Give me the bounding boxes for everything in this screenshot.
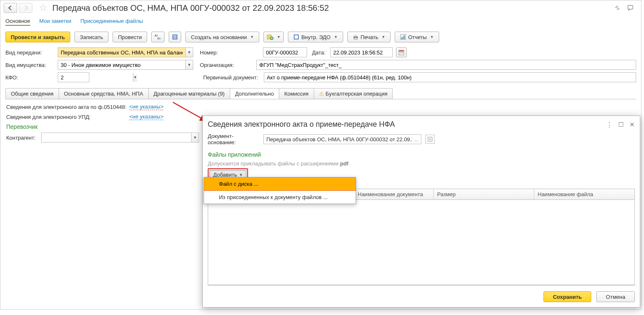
nav-forward-button[interactable]	[19, 3, 32, 13]
kfo-caret[interactable]: ▼	[133, 73, 137, 82]
open-base-doc-button[interactable]	[425, 135, 435, 144]
section-nav: Основное Мои заметки Присоединенные файл…	[0, 15, 641, 30]
reports-button[interactable]: Отчеты▼	[395, 32, 439, 42]
dialog-maximize-icon[interactable]: ☐	[618, 121, 624, 128]
org-input[interactable]	[256, 60, 636, 70]
svg-text:Ат: Ат	[155, 34, 158, 37]
svg-rect-4	[173, 35, 177, 36]
svg-rect-21	[401, 52, 402, 53]
eact-link[interactable]: <не указаны>	[129, 103, 163, 110]
date-label: Дата:	[312, 49, 327, 56]
tab-assets[interactable]: Основные средства, НМА, НПА	[59, 88, 149, 99]
nav-notes[interactable]: Мои заметки	[39, 18, 71, 26]
svg-rect-19	[399, 50, 404, 52]
dialog-more-icon[interactable]: ⋮	[606, 121, 612, 128]
base-doc-input[interactable]: Передача объектов ОС, НМА, НПА 00ГУ-0000…	[263, 134, 421, 144]
col-file-name[interactable]: Наименование файла	[534, 189, 634, 199]
base-doc-value: Передача объектов ОС, НМА, НПА 00ГУ-0000…	[266, 136, 412, 143]
svg-rect-10	[295, 35, 298, 39]
tab-additional[interactable]: Дополнительно	[230, 88, 280, 99]
property-caret[interactable]: ▼	[185, 60, 193, 69]
org-label: Организация:	[200, 62, 253, 68]
dialog-title: Сведения электронного акта о приеме-пере…	[208, 120, 600, 129]
number-input[interactable]	[263, 47, 307, 57]
window-header: ☆ Передача объектов ОС, НМА, НПА 00ГУ-00…	[0, 0, 641, 15]
files-table-body[interactable]	[208, 200, 634, 285]
svg-rect-15	[401, 37, 402, 39]
print-label: Печать	[361, 34, 379, 40]
tabs: Общие сведения Основные средства, НМА, Н…	[5, 88, 636, 99]
primary-doc-label: Первичный документ:	[203, 74, 261, 81]
svg-rect-17	[404, 35, 405, 39]
dropdown-file-from-disk[interactable]: Файл с диска ...	[204, 177, 356, 191]
files-hint: Допускается прикладывать файлы с расшире…	[208, 160, 635, 167]
post-and-close-button[interactable]: Провести и закрыть	[5, 32, 70, 42]
dialog-close-icon[interactable]: ✕	[629, 121, 635, 128]
svg-rect-12	[354, 35, 357, 37]
page-title: Передача объектов ОС, НМА, НПА 00ГУ-0000…	[52, 3, 329, 13]
create-based-button[interactable]: Создать на основании▼	[185, 32, 259, 42]
number-label: Номер:	[200, 49, 223, 56]
col-size[interactable]: Размер	[434, 189, 534, 199]
save-button[interactable]: Записать	[74, 32, 108, 42]
add-file-dropdown: Файл с диска ... Из присоединенных к док…	[204, 177, 356, 204]
toolbar: Провести и закрыть Записать Провести АтК…	[0, 30, 641, 47]
svg-rect-6	[173, 38, 177, 39]
calendar-button[interactable]	[396, 47, 407, 57]
files-hint-text: Допускается прикладывать файлы с расшире…	[208, 160, 340, 167]
base-doc-label: Документ-основание:	[208, 133, 261, 145]
counterparty-combo[interactable]: ▼	[41, 133, 199, 143]
dialog-cancel-button[interactable]: Отмена	[596, 291, 635, 302]
tab-general[interactable]: Общие сведения	[5, 88, 59, 99]
reports-label: Отчеты	[408, 34, 427, 40]
property-input[interactable]	[58, 60, 185, 69]
svg-rect-16	[403, 36, 403, 39]
kfo-input[interactable]	[58, 73, 133, 82]
base-doc-ellipsis[interactable]: ...	[414, 136, 418, 143]
post-button[interactable]: Провести	[113, 32, 147, 42]
print-button[interactable]: Печать▼	[347, 32, 391, 42]
form-area: Вид передачи: ▼ Номер: Дата: Вид имущест…	[0, 47, 641, 86]
tab-commission[interactable]: Комиссия	[279, 88, 314, 99]
svg-text:Кт: Кт	[157, 37, 161, 40]
files-section-title: Файлы приложений	[208, 151, 635, 158]
svg-rect-5	[173, 37, 177, 37]
svg-rect-22	[402, 52, 403, 53]
link-icon[interactable]	[614, 4, 621, 12]
list-button[interactable]	[169, 32, 181, 42]
discuss-icon[interactable]	[627, 4, 634, 12]
counterparty-label: Контрагент:	[6, 135, 39, 141]
tab-accounting[interactable]: ⚠Бухгалтерская операция	[314, 88, 393, 99]
counterparty-input[interactable]	[42, 133, 191, 142]
primary-doc-input[interactable]	[264, 72, 636, 82]
favorite-star-icon[interactable]: ☆	[39, 3, 47, 12]
dialog-save-button[interactable]: Сохранить	[543, 291, 592, 302]
edo-button[interactable]: Внутр. ЭДО▼	[288, 32, 343, 42]
transfer-kind-combo[interactable]: ▼	[58, 47, 193, 57]
tab-accounting-label: Бухгалтерская операция	[326, 91, 388, 97]
nav-files[interactable]: Присоединенные файлы	[81, 18, 143, 26]
dt-kt-button[interactable]: АтКт	[151, 32, 165, 42]
transfer-kind-caret[interactable]: ▼	[185, 48, 193, 57]
eupd-label: Сведения для электронного УПД:	[6, 114, 127, 120]
date-input[interactable]	[330, 47, 393, 57]
kfo-combo[interactable]: ▼	[58, 72, 89, 82]
eact-dialog: Сведения электронного акта о приеме-пере…	[202, 116, 640, 308]
counterparty-caret[interactable]: ▼	[191, 133, 199, 142]
svg-rect-13	[354, 38, 357, 39]
create-based-label: Создать на основании	[191, 34, 247, 40]
property-label: Вид имущества:	[5, 62, 54, 68]
files-hint-bold: pdf	[340, 160, 348, 167]
dropdown-from-attached[interactable]: Из присоединенных к документу файлов ...	[204, 191, 356, 204]
tab-precious[interactable]: Драгоценные материалы (9)	[148, 88, 230, 99]
warning-icon: ⚠	[319, 91, 324, 97]
nav-back-button[interactable]	[4, 3, 17, 13]
property-combo[interactable]: ▼	[58, 60, 193, 70]
svg-rect-20	[400, 52, 401, 53]
transfer-kind-input[interactable]	[58, 48, 185, 57]
eupd-link[interactable]: <не указаны>	[129, 113, 163, 120]
kfo-label: КФО:	[5, 74, 54, 81]
svg-rect-0	[628, 5, 633, 9]
nav-main[interactable]: Основное	[5, 18, 30, 26]
attach-button[interactable]: ▼	[263, 32, 284, 42]
